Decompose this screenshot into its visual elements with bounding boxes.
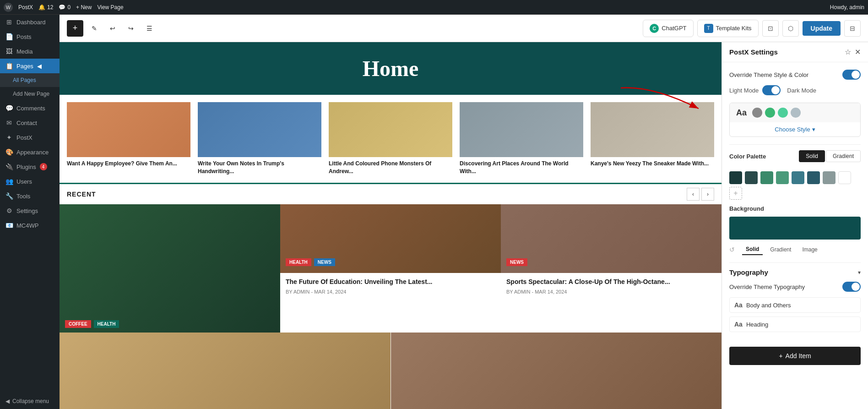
undo-button[interactable]: ↩ bbox=[105, 21, 120, 36]
update-button[interactable]: Update bbox=[803, 21, 841, 36]
article-card-3[interactable]: Little And Coloured Phone Monsters Of An… bbox=[329, 102, 452, 175]
override-theme-toggle[interactable] bbox=[842, 70, 861, 80]
bottom-tag-group: COFFEE HEALTH bbox=[65, 320, 119, 328]
contact-icon: ✉ bbox=[5, 119, 13, 126]
color-dot-1[interactable] bbox=[752, 108, 762, 118]
template-kits-button[interactable]: T Template Kits bbox=[697, 20, 759, 37]
main-layout: ⊞ Dashboard 📄 Posts 🖼 Media 📋 Pages ◀ Al… bbox=[0, 15, 868, 409]
add-item-label: Add Item bbox=[786, 352, 811, 360]
collapse-menu-button[interactable]: ◀ Collapse menu bbox=[0, 393, 60, 409]
sidebar-item-mc4wp[interactable]: 📧 MC4WP bbox=[0, 218, 60, 233]
bottom-card-2[interactable] bbox=[391, 333, 722, 409]
sidebar-item-postx[interactable]: ✦ PostX bbox=[0, 130, 60, 145]
typography-header[interactable]: Typography ▾ bbox=[729, 262, 861, 282]
article-card-4[interactable]: Discovering Art Places Around The World … bbox=[460, 102, 583, 175]
type-item-heading[interactable]: Aa Heading bbox=[729, 316, 861, 332]
override-typography-toggle[interactable] bbox=[842, 282, 861, 292]
recent-card-text-3: Sports Spectacular: A Close-Up Of The Hi… bbox=[501, 273, 722, 300]
color-dot-2[interactable] bbox=[765, 108, 775, 118]
swatch-2[interactable] bbox=[745, 171, 758, 184]
sidebar-item-label: Pages bbox=[16, 63, 33, 70]
choose-style-button[interactable]: Choose Style ▾ bbox=[730, 122, 860, 136]
bg-solid-tab[interactable]: Solid bbox=[742, 244, 763, 255]
nav-prev-button[interactable]: ‹ bbox=[687, 188, 700, 201]
redo-button[interactable]: ↪ bbox=[124, 21, 138, 36]
swatch-6[interactable] bbox=[807, 171, 820, 184]
bottom-card-1[interactable] bbox=[60, 333, 391, 409]
recent-card-3[interactable]: NEWS Sports Spectacular: A Close-Up Of T… bbox=[501, 204, 722, 333]
external-link-button[interactable]: ⬡ bbox=[782, 20, 799, 37]
article-card-2[interactable]: Write Your Own Notes In Trump's Handwrit… bbox=[198, 102, 321, 175]
recent-card-img-1 bbox=[60, 204, 280, 333]
add-block-button[interactable]: + bbox=[67, 20, 83, 37]
media-icon: 🖼 bbox=[5, 48, 13, 55]
swatch-4[interactable] bbox=[776, 171, 789, 184]
color-dot-3[interactable] bbox=[778, 108, 788, 118]
postx-settings-panel: PostX Settings ☆ ✕ Override Theme Style … bbox=[722, 42, 868, 409]
sidebar-item-users[interactable]: 👥 Users bbox=[0, 174, 60, 189]
nav-next-button[interactable]: › bbox=[701, 188, 714, 201]
page-title: Home bbox=[69, 56, 712, 81]
override-theme-toggle-row: Override Theme Style & Color bbox=[729, 70, 861, 80]
admin-bar-comments[interactable]: 💬 0 bbox=[59, 4, 71, 11]
preview-mode-button[interactable]: ⊡ bbox=[762, 20, 779, 37]
color-dot-4[interactable] bbox=[791, 108, 801, 118]
refresh-icon[interactable]: ↺ bbox=[729, 246, 735, 253]
swatch-1[interactable] bbox=[729, 171, 742, 184]
recent-card-2[interactable]: HEALTH NEWS The Future Of Education: Unv… bbox=[280, 204, 501, 333]
admin-bar-new[interactable]: + New bbox=[76, 4, 92, 11]
admin-bar-notifications[interactable]: 🔔 12 bbox=[38, 4, 53, 11]
article-card-1[interactable]: Want A Happy Employee? Give Them An... bbox=[67, 102, 190, 175]
chatgpt-button[interactable]: C ChatGPT bbox=[643, 20, 693, 37]
appearance-icon: 🎨 bbox=[5, 148, 13, 156]
style-aa-label: Aa bbox=[736, 108, 747, 118]
sidebar: ⊞ Dashboard 📄 Posts 🖼 Media 📋 Pages ◀ Al… bbox=[0, 15, 60, 409]
solid-tab[interactable]: Solid bbox=[799, 150, 825, 162]
bg-gradient-tab[interactable]: Gradient bbox=[766, 245, 795, 255]
color-palette-label: Color Palette bbox=[729, 153, 766, 160]
bg-tabs: ↺ Solid Gradient Image bbox=[729, 244, 861, 255]
add-item-button[interactable]: + Add Item bbox=[729, 347, 861, 365]
sidebar-item-contact[interactable]: ✉ Contact bbox=[0, 115, 60, 130]
style-header: Aa bbox=[730, 103, 860, 122]
sidebar-item-pages[interactable]: 📋 Pages ◀ bbox=[0, 59, 60, 73]
sidebar-item-tools[interactable]: 🔧 Tools bbox=[0, 189, 60, 203]
list-view-button[interactable]: ☰ bbox=[142, 21, 157, 36]
panel-title: PostX Settings bbox=[729, 48, 845, 56]
coffee-tag: COFFEE bbox=[65, 320, 91, 328]
add-swatch-button[interactable]: + bbox=[729, 187, 742, 200]
typography-section: Typography ▾ Override Theme Typography A… bbox=[729, 262, 861, 332]
type-item-body[interactable]: Aa Body and Others bbox=[729, 297, 861, 313]
sidebar-item-plugins[interactable]: 🔌 Plugins 4 bbox=[0, 159, 60, 174]
sidebar-item-add-new-page[interactable]: Add New Page bbox=[0, 87, 60, 101]
sidebar-item-appearance[interactable]: 🎨 Appearance bbox=[0, 145, 60, 159]
posts-icon: 📄 bbox=[5, 33, 13, 40]
tools-toggle-button[interactable]: ✎ bbox=[87, 21, 102, 36]
sidebar-item-settings[interactable]: ⚙ Settings bbox=[0, 203, 60, 218]
panel-close-button[interactable]: ✕ bbox=[855, 48, 861, 56]
swatch-7[interactable] bbox=[823, 171, 835, 184]
swatch-5[interactable] bbox=[792, 171, 804, 184]
article-grid: Want A Happy Employee? Give Them An... W… bbox=[60, 95, 722, 183]
sidebar-item-media[interactable]: 🖼 Media bbox=[0, 44, 60, 59]
sidebar-item-comments[interactable]: 💬 Comments bbox=[0, 101, 60, 115]
recent-card-1[interactable]: COFFEE HEALTH bbox=[60, 204, 280, 333]
sidebar-item-dashboard[interactable]: ⊞ Dashboard bbox=[0, 15, 60, 29]
gradient-tab[interactable]: Gradient bbox=[826, 150, 861, 162]
collapse-icon: ◀ bbox=[5, 398, 10, 404]
panel-star-icon[interactable]: ☆ bbox=[845, 48, 851, 56]
color-dots bbox=[752, 108, 854, 118]
light-dark-toggle[interactable] bbox=[762, 85, 781, 95]
bg-image-tab[interactable]: Image bbox=[798, 245, 821, 255]
swatch-8[interactable] bbox=[838, 171, 851, 184]
background-preview[interactable] bbox=[729, 217, 861, 240]
swatch-3[interactable] bbox=[760, 171, 773, 184]
mode-row: Light Mode Dark Mode bbox=[729, 85, 861, 95]
article-card-5[interactable]: Kanye's New Yeezy The Sneaker Made With.… bbox=[591, 102, 714, 175]
mc4wp-icon: 📧 bbox=[5, 222, 13, 229]
sidebar-toggle-button[interactable]: ⊟ bbox=[844, 20, 861, 37]
sidebar-item-posts[interactable]: 📄 Posts bbox=[0, 29, 60, 44]
sidebar-item-all-pages[interactable]: All Pages bbox=[0, 73, 60, 87]
admin-bar-view-page[interactable]: View Page bbox=[97, 4, 123, 11]
admin-bar-site[interactable]: PostX bbox=[18, 4, 33, 11]
